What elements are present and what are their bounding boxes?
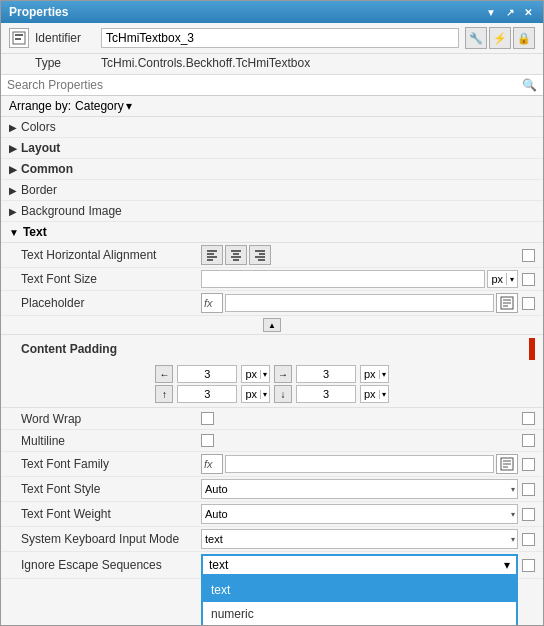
type-value: TcHmi.Controls.Beckhoff.TcHmiTextbox [101,56,310,70]
category-layout-label: Layout [21,141,60,155]
identifier-lock-button[interactable]: 🔒 [513,27,535,49]
text-font-size-control: px ▾ [201,270,518,288]
text-section-arrow-icon: ▼ [9,227,19,238]
undock-button[interactable]: ↗ [503,6,517,19]
padding-right-px: px [361,368,379,380]
ignore-escape-chevron-icon: ▾ [504,558,510,572]
title-bar-label: Properties [9,5,68,19]
prop-placeholder: Placeholder fx [1,291,543,316]
content-padding-label: Content Padding [21,342,201,356]
arrange-chevron-icon: ▾ [126,99,132,113]
multiline-right-checkbox[interactable] [522,434,535,447]
multiline-control [201,434,518,447]
text-section-label: Text [23,225,47,239]
align-right-button[interactable] [249,245,271,265]
category-colors[interactable]: ▶ Colors [1,117,543,138]
padding-bottom-px: px [361,388,379,400]
system-keyboard-input-mode-select[interactable]: text numeric decimal skip none [201,529,518,549]
word-wrap-checkbox[interactable] [201,412,214,425]
text-font-style-checkbox[interactable] [522,483,535,496]
padding-bottom-row: ↑ px ▾ ↓ px ▾ [9,385,535,403]
text-font-style-control: Auto Normal Italic Oblique ▾ [201,479,518,499]
ignore-escape-selected-value: text [209,558,228,572]
text-font-size-px-arrow[interactable]: ▾ [507,275,517,284]
placeholder-edit-button[interactable] [496,293,518,313]
prop-text-font-style: Text Font Style Auto Normal Italic Obliq… [1,477,543,502]
text-font-family-input[interactable] [225,455,494,473]
ignore-escape-dropdown-trigger[interactable]: text ▾ [201,554,518,576]
padding-left-px: px [242,368,260,380]
padding-left-icon: ← [155,365,173,383]
text-font-style-label: Text Font Style [21,482,201,496]
text-font-size-checkbox[interactable] [522,273,535,286]
padding-top-unit-arrow[interactable]: ▾ [260,390,269,399]
category-common-label: Common [21,162,73,176]
padding-right-icon: → [274,365,292,383]
content-padding-header: Content Padding [1,335,543,363]
text-font-style-select-wrapper: Auto Normal Italic Oblique ▾ [201,479,518,499]
content-padding-indicator [529,338,535,360]
text-font-size-unit: px ▾ [487,270,518,288]
pin-button[interactable]: ▼ [483,6,499,19]
text-font-size-input[interactable] [201,270,485,288]
system-keyboard-input-mode-label: System Keyboard Input Mode [21,532,201,546]
ignore-escape-sequences-checkbox[interactable] [522,559,535,572]
identifier-wrench-button[interactable]: 🔧 [465,27,487,49]
section-text[interactable]: ▼ Text [1,222,543,243]
word-wrap-control [201,412,518,425]
text-font-weight-checkbox[interactable] [522,508,535,521]
text-font-style-select[interactable]: Auto Normal Italic Oblique [201,479,518,499]
system-keyboard-input-mode-control: text numeric decimal skip none ▾ [201,529,518,549]
placeholder-func-button[interactable]: fx [201,293,223,313]
arrange-dropdown[interactable]: Category ▾ [75,99,132,113]
svg-text:fx: fx [204,297,213,309]
padding-left-unit-arrow[interactable]: ▾ [260,370,269,379]
category-border[interactable]: ▶ Border [1,180,543,201]
text-font-weight-select[interactable]: Auto Normal Bold Lighter Bolder [201,504,518,524]
category-common[interactable]: ▶ Common [1,159,543,180]
prop-multiline: Multiline [1,430,543,452]
scroll-area[interactable]: ▶ Colors ▶ Layout ▶ Common ▶ Border ▶ Ba… [1,117,543,625]
multiline-checkbox[interactable] [201,434,214,447]
text-font-size-px-label: px [488,273,507,285]
align-center-button[interactable] [225,245,247,265]
text-horiz-align-checkbox[interactable] [522,249,535,262]
identifier-lightning-button[interactable]: ⚡ [489,27,511,49]
padding-right-input[interactable] [296,365,356,383]
padding-bottom-icon: ↓ [274,385,292,403]
category-layout[interactable]: ▶ Layout [1,138,543,159]
collapse-button[interactable]: ▲ [263,318,281,332]
word-wrap-right-checkbox[interactable] [522,412,535,425]
ignore-escape-sequences-label: Ignore Escape Sequences [21,558,201,572]
text-font-family-edit-button[interactable] [496,454,518,474]
identifier-row: Identifier 🔧 ⚡ 🔒 [1,23,543,54]
title-bar: Properties ▼ ↗ ✕ [1,1,543,23]
search-input[interactable] [7,78,522,92]
category-bg-image[interactable]: ▶ Background Image [1,201,543,222]
dropdown-item-text[interactable]: text [203,578,516,602]
padding-left-input[interactable] [177,365,237,383]
dropdown-item-numeric[interactable]: numeric [203,602,516,625]
bg-image-arrow-icon: ▶ [9,206,17,217]
padding-right-unit: px ▾ [360,365,389,383]
system-keyboard-input-mode-checkbox[interactable] [522,533,535,546]
prop-text-font-size: Text Font Size px ▾ [1,268,543,291]
padding-bottom-unit-arrow[interactable]: ▾ [379,390,388,399]
category-colors-label: Colors [21,120,56,134]
padding-top-input[interactable] [177,385,237,403]
padding-right-unit-arrow[interactable]: ▾ [379,370,388,379]
padding-bottom-input[interactable] [296,385,356,403]
close-button[interactable]: ✕ [521,6,535,19]
align-buttons [201,245,271,265]
text-font-family-checkbox[interactable] [522,458,535,471]
content-padding-section: Content Padding ← px ▾ → px [1,335,543,408]
prop-word-wrap: Word Wrap [1,408,543,430]
text-font-family-func-button[interactable]: fx [201,454,223,474]
identifier-label: Identifier [35,31,95,45]
placeholder-checkbox[interactable] [522,297,535,310]
identifier-input[interactable] [101,28,459,48]
placeholder-input[interactable] [225,294,494,312]
layout-arrow-icon: ▶ [9,143,17,154]
align-left-button[interactable] [201,245,223,265]
colors-arrow-icon: ▶ [9,122,17,133]
